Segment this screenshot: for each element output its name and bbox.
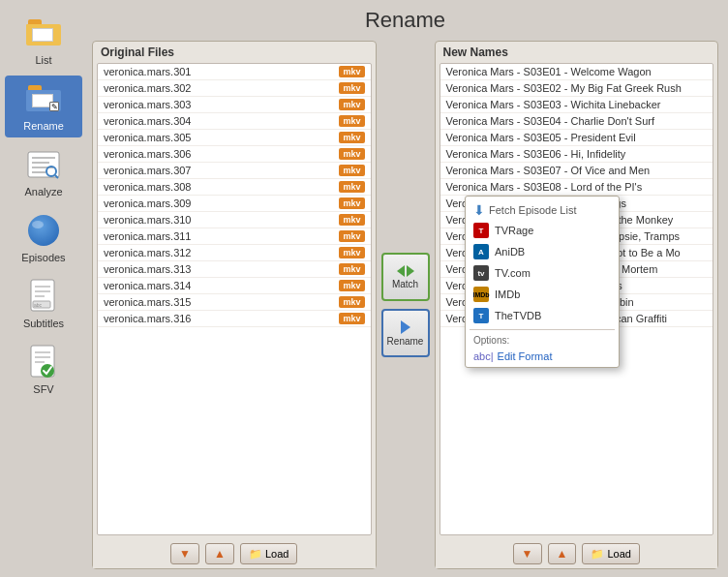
sidebar-item-subtitles[interactable]: abc Subtitles <box>5 273 82 335</box>
middle-buttons-area: Match Rename <box>377 41 435 569</box>
original-file-item[interactable]: veronica.mars.305mkv <box>98 130 371 146</box>
original-file-item[interactable]: veronica.mars.313mkv <box>98 261 371 278</box>
new-name-item[interactable]: Veronica Mars - S03E07 - Of Vice and Men <box>440 163 713 179</box>
original-file-item[interactable]: veronica.mars.308mkv <box>98 179 371 196</box>
dropdown-anidb[interactable]: A AniDB <box>466 241 619 262</box>
original-panel-footer: ▼ ▲ 📁 Load <box>93 539 376 568</box>
original-files-list[interactable]: veronica.mars.301mkvveronica.mars.302mkv… <box>97 63 372 535</box>
svg-text:abc: abc <box>34 302 43 308</box>
match-label: Match <box>392 279 418 289</box>
new-name-item[interactable]: Veronica Mars - S03E04 - Charlie Don't S… <box>440 113 713 130</box>
fetch-icon: ⬇ <box>473 202 485 218</box>
anidb-icon: A <box>473 244 489 259</box>
analyze-icon <box>22 147 65 182</box>
rename-icon: ✎ <box>22 81 65 116</box>
tvcom-icon: tv <box>473 265 489 281</box>
sidebar-item-analyze[interactable]: Analyze <box>5 141 82 203</box>
original-file-item[interactable]: veronica.mars.316mkv <box>98 311 371 327</box>
original-down-button[interactable]: ▼ <box>170 543 199 564</box>
sidebar-rename-label: Rename <box>23 120 64 132</box>
down-arrow-icon2: ▼ <box>522 547 533 561</box>
original-load-button[interactable]: 📁 Load <box>240 543 297 564</box>
sidebar-item-rename[interactable]: ✎ Rename <box>5 76 82 137</box>
new-name-item[interactable]: Veronica Mars - S03E08 - Lord of the PI'… <box>440 179 713 196</box>
options-label: Options: <box>466 333 619 348</box>
original-files-panel: Original Files veronica.mars.301mkvveron… <box>92 41 377 569</box>
new-names-panel-footer: ▼ ▲ 📁 Load <box>436 539 718 568</box>
page-title: Rename <box>92 8 718 33</box>
dropdown-tvcom[interactable]: tv TV.com <box>466 262 619 284</box>
folder-load-icon: 📁 <box>249 548 262 561</box>
edit-format-button[interactable]: abc| Edit Format <box>466 348 619 365</box>
up-arrow-icon: ▲ <box>214 547 226 561</box>
match-button[interactable]: Match <box>381 253 430 301</box>
original-file-item[interactable]: veronica.mars.311mkv <box>98 228 371 245</box>
tvrage-icon: T <box>473 223 489 238</box>
sfv-icon <box>22 345 65 380</box>
sidebar-item-episodes[interactable]: Episodes <box>5 207 82 269</box>
original-file-item[interactable]: veronica.mars.309mkv <box>98 196 371 212</box>
match-arrows-icon <box>397 265 414 277</box>
dropdown-thetvdb[interactable]: T TheTVDB <box>466 305 619 326</box>
new-names-panel-title: New Names <box>436 42 718 63</box>
rename-arrow-icon <box>401 320 410 334</box>
sidebar-sfv-label: SFV <box>33 383 53 395</box>
dropdown-tvrage[interactable]: T TVRage <box>466 220 619 241</box>
folder-load-icon2: 📁 <box>591 548 604 561</box>
sidebar: List ✎ Rename Analyze <box>0 0 87 577</box>
edit-format-icon: abc| <box>473 350 494 362</box>
episodes-icon <box>22 213 65 248</box>
new-name-item[interactable]: Veronica Mars - S03E03 - Wichita Linebac… <box>440 97 713 113</box>
rename-action-button[interactable]: Rename <box>381 309 430 357</box>
sidebar-list-label: List <box>35 54 51 66</box>
subtitles-icon: abc <box>22 279 65 314</box>
up-arrow-icon2: ▲ <box>557 547 568 561</box>
thetvdb-icon: T <box>473 308 489 323</box>
panels-area: Original Files veronica.mars.301mkvveron… <box>92 41 718 569</box>
new-names-down-button[interactable]: ▼ <box>513 543 542 564</box>
new-name-item[interactable]: Veronica Mars - S03E06 - Hi, Infidelity <box>440 146 713 163</box>
sidebar-subtitles-label: Subtitles <box>23 318 64 329</box>
original-file-item[interactable]: veronica.mars.312mkv <box>98 245 371 261</box>
new-names-up-button[interactable]: ▲ <box>548 543 577 564</box>
sidebar-item-list[interactable]: List <box>5 10 82 72</box>
new-names-load-button[interactable]: 📁 Load <box>582 543 639 564</box>
original-file-item[interactable]: veronica.mars.315mkv <box>98 294 371 311</box>
dropdown-header: ⬇ Fetch Episode List <box>466 198 619 220</box>
list-icon <box>22 15 65 50</box>
dropdown-imdb[interactable]: IMDb IMDb <box>466 284 619 305</box>
original-file-item[interactable]: veronica.mars.307mkv <box>98 163 371 179</box>
original-file-item[interactable]: veronica.mars.310mkv <box>98 212 371 228</box>
sidebar-analyze-label: Analyze <box>24 186 62 197</box>
sidebar-item-sfv[interactable]: SFV <box>5 339 82 401</box>
dropdown-divider <box>470 329 615 330</box>
sidebar-episodes-label: Episodes <box>21 252 65 263</box>
original-file-item[interactable]: veronica.mars.303mkv <box>98 97 371 113</box>
original-file-item[interactable]: veronica.mars.302mkv <box>98 80 371 97</box>
original-file-item[interactable]: veronica.mars.301mkv <box>98 64 371 80</box>
new-name-item[interactable]: Veronica Mars - S03E02 - My Big Fat Gree… <box>440 80 713 97</box>
new-name-item[interactable]: Veronica Mars - S03E05 - President Evil <box>440 130 713 146</box>
imdb-icon: IMDb <box>473 287 489 302</box>
down-arrow-icon: ▼ <box>179 547 191 561</box>
original-up-button[interactable]: ▲ <box>205 543 234 564</box>
original-file-item[interactable]: veronica.mars.314mkv <box>98 278 371 294</box>
original-file-item[interactable]: veronica.mars.306mkv <box>98 146 371 163</box>
new-name-item[interactable]: Veronica Mars - S03E01 - Welcome Wagon <box>440 64 713 80</box>
fetch-episode-dropdown: ⬇ Fetch Episode List T TVRage A AniDB tv… <box>465 196 620 368</box>
rename-label: Rename <box>387 336 424 347</box>
svg-rect-0 <box>28 152 59 177</box>
original-panel-title: Original Files <box>93 42 376 63</box>
original-file-item[interactable]: veronica.mars.304mkv <box>98 113 371 130</box>
main-area: Rename Original Files veronica.mars.301m… <box>87 0 728 577</box>
